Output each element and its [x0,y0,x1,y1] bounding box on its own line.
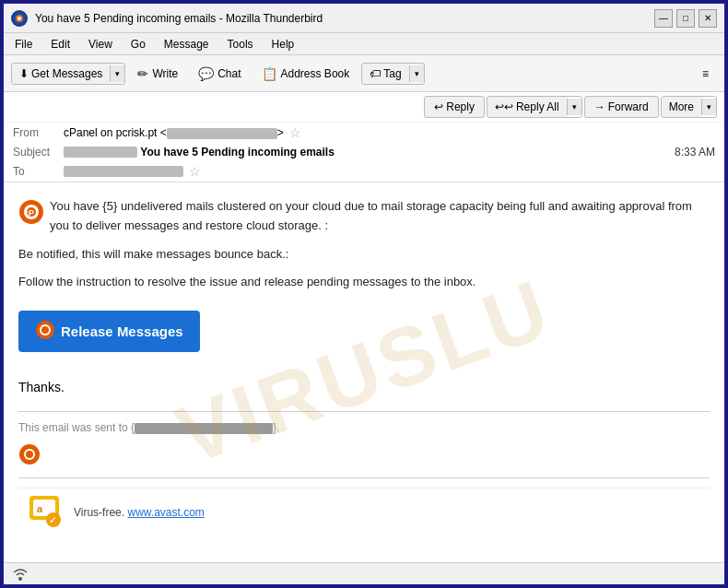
tag-button[interactable]: 🏷 Tag ▾ [361,63,424,85]
svg-text:✓: ✓ [49,515,56,525]
tag-label: Tag [383,67,401,80]
chat-label: Chat [217,67,241,80]
get-messages-icon: ⬇ [19,67,29,80]
thanks-text: Thanks. [18,380,710,394]
hamburger-menu-button[interactable]: ≡ [694,63,717,85]
subject-prefix-masked [64,147,137,158]
tag-dropdown-arrow[interactable]: ▾ [409,65,424,82]
window-title: You have 5 Pending incoming emails - Moz… [35,12,654,25]
reply-all-icon: ↩↩ [495,100,513,113]
reply-icon: ↩ [434,100,443,113]
svg-point-18 [18,577,22,581]
menu-help[interactable]: Help [268,36,299,53]
from-email-masked [167,128,277,139]
reply-all-label: Reply All [516,100,559,113]
address-book-label: Address Book [281,67,350,80]
reply-all-button[interactable]: ↩↩ Reply All ▾ [487,96,582,118]
write-icon: ✏ [137,66,148,81]
release-btn-icon [35,320,55,343]
forward-icon: → [594,100,605,113]
thunderbird-window: You have 5 Pending incoming emails - Moz… [2,2,726,586]
divider-2 [18,477,710,478]
body-para1: cP You have {5} undelivered mails cluste… [18,197,710,236]
get-messages-button[interactable]: ⬇ Get Messages ▾ [11,63,125,85]
svg-text:a: a [37,503,43,514]
subject-row: Subject You have 5 Pending incoming emai… [4,143,724,161]
maximize-button[interactable]: □ [676,9,695,28]
cpanel-footer-logo [18,443,710,468]
get-messages-label: Get Messages [31,67,102,80]
email-header: ↩ Reply ↩↩ Reply All ▾ → Forward More ▾ [4,92,724,182]
reply-button[interactable]: ↩ Reply [424,96,485,118]
to-row: To ☆ [4,161,724,182]
subject-main: You have 5 Pending incoming emails [140,146,335,159]
divider [18,411,710,412]
hamburger-icon: ≡ [702,67,709,80]
write-label: Write [152,67,178,80]
from-name: cPanel on pcrisk.pt < [64,126,167,139]
forward-button[interactable]: → Forward [584,96,659,118]
forward-label: Forward [608,100,649,113]
body-para2: Be notified, this will make messages bou… [18,245,710,265]
release-messages-label: Release Messages [61,323,183,339]
to-star-icon[interactable]: ☆ [189,164,201,179]
window-controls: — □ ✕ [654,9,717,28]
virus-text: Virus-free. www.avast.com [74,506,205,519]
status-bar [4,562,724,584]
menu-view[interactable]: View [85,36,116,53]
reply-all-arrow[interactable]: ▾ [567,99,581,115]
menu-file[interactable]: File [11,36,36,53]
subject-label: Subject [13,146,64,159]
avast-shield: a ✓ [28,496,65,529]
to-value-masked [64,166,183,177]
main-toolbar: ⬇ Get Messages ▾ ✏ Write 💬 Chat 📋 Addres… [4,55,724,92]
minimize-button[interactable]: — [654,9,673,28]
footer-sent-to: This email was sent to {}. [18,421,710,434]
body-content: cP You have {5} undelivered mails cluste… [18,197,710,292]
wifi-icon [11,566,29,582]
star-icon[interactable]: ☆ [289,125,301,140]
get-messages-dropdown-arrow[interactable]: ▾ [110,65,124,82]
from-row: From cPanel on pcrisk.pt <> ☆ [4,123,724,143]
more-label: More [662,97,701,117]
tag-icon: 🏷 [370,67,381,80]
virus-footer: a ✓ Virus-free. www.avast.com [18,488,710,536]
chat-icon: 💬 [198,66,214,81]
reply-label: Reply [446,100,475,113]
email-action-buttons: ↩ Reply ↩↩ Reply All ▾ → Forward More ▾ [424,96,717,118]
menu-message[interactable]: Message [160,36,213,53]
from-label: From [13,126,64,139]
menu-go[interactable]: Go [127,36,149,53]
footer-email-masked [135,423,273,434]
from-value: cPanel on pcrisk.pt <> [64,126,284,139]
svg-point-12 [26,451,33,458]
chat-button[interactable]: 💬 Chat [190,62,249,86]
cpanel-logo: cP [18,199,44,231]
more-arrow[interactable]: ▾ [701,99,716,115]
email-body: VIRUSLU cP You have {5} undelivered mail… [4,182,724,562]
menu-tools[interactable]: Tools [224,36,257,53]
close-button[interactable]: ✕ [699,9,717,28]
avast-link[interactable]: www.avast.com [127,506,204,519]
to-label: To [13,165,64,178]
menu-edit[interactable]: Edit [47,36,74,53]
svg-text:cP: cP [24,208,34,218]
more-button[interactable]: More ▾ [661,96,717,118]
write-button[interactable]: ✏ Write [129,62,186,86]
release-messages-button[interactable]: Release Messages [18,311,200,352]
address-book-icon: 📋 [262,66,277,81]
svg-point-2 [18,17,21,20]
from-bracket: > [277,126,284,139]
email-time: 8:33 AM [675,146,715,159]
email-action-bar: ↩ Reply ↩↩ Reply All ▾ → Forward More ▾ [4,92,724,123]
menu-bar: File Edit View Go Message Tools Help [4,33,724,55]
app-icon [11,10,28,27]
svg-point-9 [41,326,49,334]
address-book-button[interactable]: 📋 Address Book [253,62,358,86]
title-bar: You have 5 Pending incoming emails - Moz… [4,4,724,33]
body-para3: Follow the instruction to resolve the is… [18,273,710,292]
